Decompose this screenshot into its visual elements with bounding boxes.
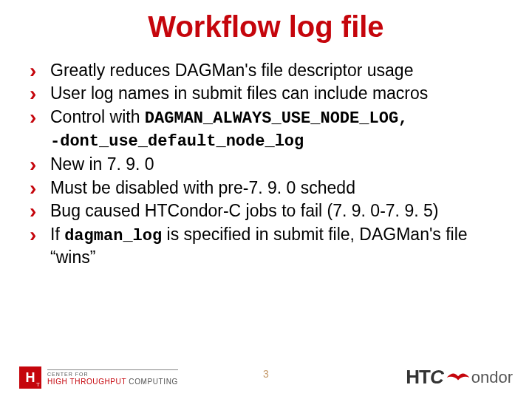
- bullet-item: New in 7. 9. 0: [30, 154, 513, 175]
- logo-word: HIGH THROUGHPUT: [47, 378, 126, 386]
- bullet-item: Bug caused HTCondor-C jobs to fail (7. 9…: [30, 200, 513, 222]
- code-text: DAGMAN_ALWAYS_USE_NODE_LOG,: [145, 109, 408, 128]
- bullet-item: Must be disabled with pre-7. 9. 0 schedd: [30, 177, 513, 199]
- bullet-item: Control with DAGMAN_ALWAYS_USE_NODE_LOG,…: [30, 106, 513, 152]
- bullet-text: Control with: [50, 107, 145, 126]
- bird-icon: [446, 371, 471, 384]
- logo-line: HIGH THROUGHPUT COMPUTING: [47, 378, 178, 386]
- code-text: -dont_use_default_node_log: [50, 132, 304, 151]
- logo-letter: T: [36, 381, 40, 388]
- logo-square-icon: H T: [19, 366, 41, 389]
- slide-number: 3: [263, 368, 269, 380]
- code-text: dagman_log: [64, 227, 162, 245]
- slide-footer: H T CENTER FOR HIGH THROUGHPUT COMPUTING…: [0, 350, 532, 399]
- bullet-text: If: [50, 225, 64, 244]
- logo-text-ondor: ondor: [471, 368, 513, 387]
- htc-computing-logo: H T CENTER FOR HIGH THROUGHPUT COMPUTING: [19, 366, 178, 389]
- logo-letters: HT: [406, 366, 430, 388]
- logo-letters: C: [430, 366, 443, 388]
- logo-text: CENTER FOR HIGH THROUGHPUT COMPUTING: [47, 369, 178, 386]
- logo-text-ht: HTC: [406, 366, 443, 389]
- bullet-item: If dagman_log is specified in submit fil…: [30, 224, 513, 269]
- logo-line: CENTER FOR: [47, 372, 178, 378]
- bullet-list: Greatly reduces DAGMan's file descriptor…: [30, 60, 513, 268]
- logo-letter: H: [26, 370, 35, 386]
- bullet-item: User log names in submit files can inclu…: [30, 83, 513, 104]
- htcondor-logo: HTC ondor: [406, 366, 513, 389]
- slide-title: Workflow log file: [0, 10, 532, 44]
- slide-body: Greatly reduces DAGMan's file descriptor…: [0, 60, 532, 268]
- logo-word: COMPUTING: [129, 378, 178, 386]
- bullet-item: Greatly reduces DAGMan's file descriptor…: [30, 60, 513, 81]
